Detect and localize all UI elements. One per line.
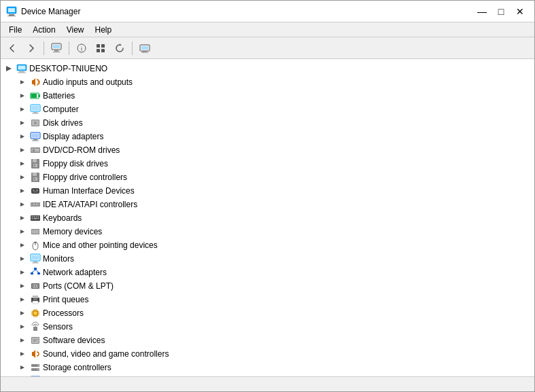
svg-rect-32 xyxy=(32,106,39,111)
item-expander[interactable] xyxy=(17,294,28,305)
tree-item[interactable]: Sensors xyxy=(1,320,534,334)
svg-rect-131 xyxy=(32,338,39,343)
svg-line-99 xyxy=(35,270,39,272)
item-expander[interactable] xyxy=(17,145,28,156)
tree-item[interactable]: Floppy disk drives xyxy=(1,157,534,171)
tree-item[interactable]: Network adapters xyxy=(1,266,534,279)
svg-point-68 xyxy=(35,204,36,205)
tree-item[interactable]: IDE ATA/ATAPI controllers xyxy=(1,198,534,211)
forward-button[interactable] xyxy=(22,39,40,57)
status-bar xyxy=(1,376,534,391)
tree-item[interactable]: Processors xyxy=(1,306,534,320)
close-button[interactable]: ✕ xyxy=(511,3,529,20)
tree-item[interactable]: Software devices xyxy=(1,334,534,347)
tree-item[interactable]: Audio inputs and outputs xyxy=(1,75,534,89)
svg-marker-94 xyxy=(20,270,24,274)
svg-rect-53 xyxy=(34,164,35,166)
item-expander[interactable] xyxy=(17,308,28,319)
item-expander[interactable] xyxy=(17,267,28,278)
tree-item[interactable]: DVD/CD-ROM drives xyxy=(1,143,534,157)
tree-item[interactable]: Sound, video and game controllers xyxy=(1,347,534,361)
item-expander[interactable] xyxy=(17,281,28,291)
tree-item[interactable]: Keyboards xyxy=(1,211,534,225)
sensor-icon xyxy=(30,321,41,332)
tree-item[interactable]: Disk drives xyxy=(1,116,534,130)
svg-marker-70 xyxy=(20,216,24,220)
svg-rect-109 xyxy=(33,301,38,304)
item-label: Batteries xyxy=(43,91,75,101)
svg-rect-1 xyxy=(8,8,15,12)
svg-marker-79 xyxy=(20,230,24,234)
item-expander[interactable] xyxy=(17,118,28,128)
tree-item[interactable]: Print queues xyxy=(1,293,534,306)
tree-item[interactable]: Human Interface Devices xyxy=(1,184,534,198)
tree-item[interactable]: Storage controllers xyxy=(1,361,534,374)
svg-marker-106 xyxy=(20,298,24,302)
item-expander[interactable] xyxy=(17,213,28,224)
tree-item[interactable]: Monitors xyxy=(1,252,534,266)
menu-file[interactable]: File xyxy=(3,22,27,37)
svg-marker-26 xyxy=(20,94,24,98)
item-expander[interactable] xyxy=(17,185,28,196)
svg-rect-42 xyxy=(32,134,39,138)
tree-item[interactable]: Computer xyxy=(1,103,534,116)
properties-button[interactable]: i xyxy=(73,39,90,57)
port-icon xyxy=(30,281,41,291)
tree-item[interactable]: Floppy drive controllers xyxy=(1,171,534,184)
menu-bar: File Action View Help xyxy=(1,22,534,37)
item-label: Ports (COM & LPT) xyxy=(43,281,114,291)
svg-marker-49 xyxy=(20,162,24,166)
item-expander[interactable] xyxy=(17,240,28,251)
root-expander[interactable] xyxy=(3,63,14,74)
help-button[interactable] xyxy=(136,39,154,57)
item-expander[interactable] xyxy=(17,335,28,346)
tree-item[interactable]: Ports (COM & LPT) xyxy=(1,279,534,293)
maximize-button[interactable]: □ xyxy=(492,3,510,20)
monitor-icon xyxy=(30,253,41,264)
item-expander[interactable] xyxy=(17,226,28,237)
computer2-icon xyxy=(30,104,41,115)
svg-rect-22 xyxy=(18,66,26,70)
item-expander[interactable] xyxy=(17,349,28,359)
svg-rect-93 xyxy=(32,263,39,264)
item-expander[interactable] xyxy=(17,77,28,88)
item-expander[interactable] xyxy=(17,199,28,210)
item-expander[interactable] xyxy=(17,253,28,264)
item-expander[interactable] xyxy=(17,362,28,373)
menu-help[interactable]: Help xyxy=(90,22,118,37)
item-expander[interactable] xyxy=(17,158,28,169)
menu-view[interactable]: View xyxy=(61,22,90,37)
svg-point-103 xyxy=(33,285,34,287)
something-button[interactable] xyxy=(92,39,109,57)
svg-marker-20 xyxy=(6,66,12,71)
item-expander[interactable] xyxy=(17,104,28,115)
root-label: DESKTOP-TNIUENO xyxy=(29,64,107,73)
item-expander[interactable] xyxy=(17,172,28,183)
computer-button[interactable] xyxy=(48,39,65,57)
svg-rect-24 xyxy=(18,73,26,73)
content-area[interactable]: DESKTOP-TNIUENO Audio inputs and outputs… xyxy=(1,59,534,376)
svg-rect-91 xyxy=(32,255,39,260)
svg-rect-95 xyxy=(34,268,37,270)
tree-item[interactable]: Mice and other pointing devices xyxy=(1,238,534,252)
menu-action[interactable]: Action xyxy=(27,22,61,37)
item-label: Human Interface Devices xyxy=(43,186,135,196)
ide-icon xyxy=(30,199,41,210)
item-expander[interactable] xyxy=(17,131,28,142)
floppy-icon xyxy=(30,158,41,169)
back-button[interactable] xyxy=(3,39,21,57)
svg-rect-17 xyxy=(143,51,147,52)
item-label: Sensors xyxy=(43,322,73,332)
svg-rect-61 xyxy=(33,190,35,191)
svg-line-98 xyxy=(32,270,35,272)
tree-root-item[interactable]: DESKTOP-TNIUENO xyxy=(1,62,534,75)
item-expander[interactable] xyxy=(17,321,28,332)
tree-item[interactable]: Display adapters xyxy=(1,130,534,143)
tree-item[interactable]: Batteries xyxy=(1,89,534,103)
refresh-button[interactable] xyxy=(111,39,128,57)
item-expander[interactable] xyxy=(17,90,28,101)
svg-point-104 xyxy=(35,285,36,287)
software-icon xyxy=(30,335,41,346)
minimize-button[interactable]: — xyxy=(473,3,491,20)
tree-item[interactable]: Memory devices xyxy=(1,225,534,238)
